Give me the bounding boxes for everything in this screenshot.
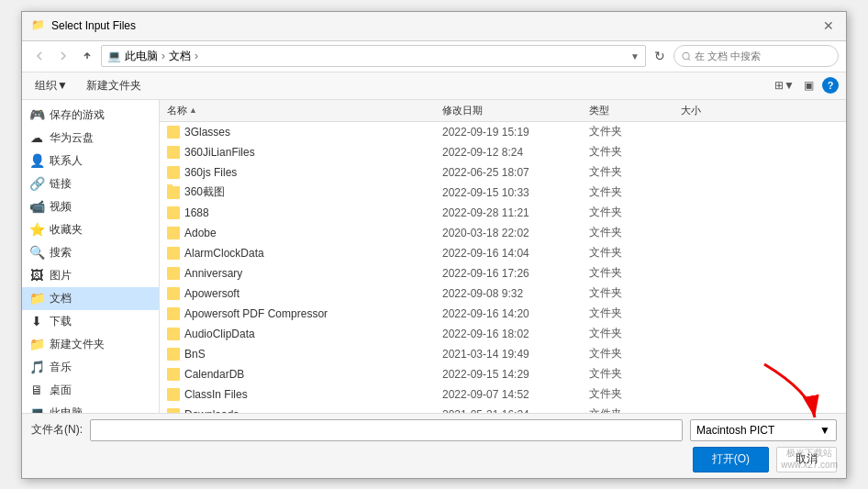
sidebar-item-1[interactable]: ☁华为云盘 (22, 127, 159, 150)
sidebar-item-5[interactable]: ⭐收藏夹 (22, 218, 159, 241)
close-button[interactable]: ✕ (820, 17, 837, 34)
file-date-6: 2022-09-16 14:04 (442, 247, 589, 260)
sidebar-icon-6: 🔍 (29, 245, 44, 260)
table-row[interactable]: AudioClipData 2022-09-16 18:02 文件夹 (160, 324, 846, 344)
new-folder-button[interactable]: 新建文件夹 (81, 76, 147, 95)
file-date-1: 2022-09-12 8:24 (442, 146, 589, 159)
search-box[interactable] (673, 45, 839, 67)
search-input[interactable] (695, 50, 830, 61)
sidebar-label-8: 文档 (50, 291, 72, 306)
back-button[interactable] (29, 46, 50, 66)
folder-icon-8 (167, 287, 180, 300)
folder-icon-12 (167, 368, 180, 381)
filetype-value: Macintosh PICT (696, 424, 774, 437)
up-button[interactable] (77, 46, 97, 66)
table-row[interactable]: 360截图 2022-09-15 10:33 文件夹 (160, 183, 846, 203)
folder-icon-3 (167, 186, 180, 199)
sidebar-label-11: 音乐 (50, 360, 72, 375)
file-name-4: 1688 (167, 206, 442, 219)
sidebar-item-3[interactable]: 🔗链接 (22, 172, 159, 195)
filetype-dropdown[interactable]: Macintosh PICT ▼ (690, 419, 837, 441)
file-date-12: 2022-09-15 14:29 (442, 368, 589, 381)
file-name-6: AlarmClockData (167, 247, 442, 260)
sidebar-icon-11: 🎵 (29, 360, 44, 374)
organize-button[interactable]: 组织▼ (29, 76, 73, 95)
table-row[interactable]: CalendarDB 2022-09-15 14:29 文件夹 (160, 364, 846, 384)
file-type-10: 文件夹 (589, 326, 681, 341)
folder-icon-11 (167, 348, 180, 361)
file-name-10: AudioClipData (167, 328, 442, 340)
table-row[interactable]: 360JiLianFiles 2022-09-12 8:24 文件夹 (160, 142, 846, 162)
sidebar-item-12[interactable]: 🖥桌面 (22, 379, 159, 402)
table-row[interactable]: Anniversary 2022-09-16 17:26 文件夹 (160, 263, 846, 283)
sidebar-item-4[interactable]: 📹视频 (22, 195, 159, 218)
address-path[interactable]: 💻 此电脑 › 文档 › ▼ (101, 45, 646, 67)
forward-button[interactable] (53, 46, 73, 66)
file-type-2: 文件夹 (589, 164, 681, 180)
bottom-bar: 文件名(N): Macintosh PICT ▼ 打开(O) 取消 (22, 413, 846, 478)
watermark: 极光下载站 www.x27.com (781, 447, 838, 470)
table-row[interactable]: BnS 2021-03-14 19:49 文件夹 (160, 344, 846, 364)
table-row[interactable]: AlarmClockData 2022-09-16 14:04 文件夹 (160, 243, 846, 263)
sidebar-item-2[interactable]: 👤联系人 (22, 150, 159, 172)
path-documents: 文档 (169, 49, 191, 64)
sidebar-label-1: 华为云盘 (50, 130, 94, 146)
sidebar-label-9: 下载 (50, 314, 72, 329)
sidebar-item-9[interactable]: ⬇下载 (22, 310, 159, 333)
sidebar-item-8[interactable]: 📁文档 (22, 287, 159, 310)
pane-button[interactable]: ▣ (798, 75, 818, 95)
file-type-7: 文件夹 (589, 265, 681, 281)
sidebar-icon-8: 📁 (29, 291, 44, 306)
dialog-icon: 📁 (31, 18, 46, 33)
col-header-type[interactable]: 类型 (589, 104, 681, 117)
sidebar-item-0[interactable]: 🎮保存的游戏 (22, 104, 159, 127)
table-row[interactable]: ClassIn Files 2022-09-07 14:52 文件夹 (160, 384, 846, 405)
file-date-5: 2020-03-18 22:02 (442, 227, 589, 239)
file-type-5: 文件夹 (589, 225, 681, 240)
table-row[interactable]: Apowersoft PDF Compressor 2022-09-16 14:… (160, 304, 846, 324)
sidebar-icon-5: ⭐ (29, 222, 44, 237)
file-type-9: 文件夹 (589, 306, 681, 321)
refresh-button[interactable]: ↻ (650, 46, 670, 66)
address-bar: 💻 此电脑 › 文档 › ▼ ↻ (22, 41, 846, 72)
col-header-name[interactable]: 名称 ▲ (167, 104, 442, 117)
buttons-row: 打开(O) 取消 (31, 447, 837, 472)
sidebar-label-13: 此电脑 (50, 406, 83, 413)
path-dropdown-arrow[interactable]: ▼ (630, 51, 640, 61)
sidebar-item-10[interactable]: 📁新建文件夹 (22, 333, 159, 356)
file-name-12: CalendarDB (167, 368, 442, 381)
sidebar-item-6[interactable]: 🔍搜索 (22, 241, 159, 264)
table-row[interactable]: Apowersoft 2022-09-08 9:32 文件夹 (160, 283, 846, 304)
file-name-0: 3Glasses (167, 126, 442, 139)
file-name-9: Apowersoft PDF Compressor (167, 307, 442, 320)
sidebar-item-11[interactable]: 🎵音乐 (22, 356, 159, 379)
table-row[interactable]: 360js Files 2022-06-25 18:07 文件夹 (160, 162, 846, 183)
sidebar-label-5: 收藏夹 (50, 222, 83, 238)
sidebar-label-3: 链接 (50, 176, 72, 192)
table-row[interactable]: Downloads 2021-05-31 16:34 文件夹 (160, 405, 846, 413)
folder-icon-4 (167, 206, 180, 219)
table-row[interactable]: Adobe 2020-03-18 22:02 文件夹 (160, 223, 846, 243)
folder-icon-5 (167, 227, 180, 239)
sidebar-item-7[interactable]: 🖼图片 (22, 264, 159, 287)
file-list: 3Glasses 2022-09-19 15:19 文件夹 360JiLianF… (160, 122, 846, 413)
path-computer: 此电脑 (125, 49, 158, 64)
file-type-8: 文件夹 (589, 285, 681, 301)
table-row[interactable]: 1688 2022-09-28 11:21 文件夹 (160, 203, 846, 223)
file-date-4: 2022-09-28 11:21 (442, 206, 589, 219)
sidebar-item-13[interactable]: 💻此电脑 (22, 402, 159, 413)
col-header-size[interactable]: 大小 (681, 104, 754, 117)
file-date-3: 2022-09-15 10:33 (442, 186, 589, 199)
col-header-date[interactable]: 修改日期 (442, 104, 589, 117)
open-button[interactable]: 打开(O) (693, 447, 769, 472)
table-row[interactable]: 3Glasses 2022-09-19 15:19 文件夹 (160, 122, 846, 142)
help-button[interactable]: ? (822, 77, 839, 94)
toolbar-right: ⊞▼ ▣ ? (774, 75, 839, 95)
folder-icon-13 (167, 388, 180, 401)
view-toggle-button[interactable]: ⊞▼ (774, 75, 795, 95)
sidebar-label-4: 视频 (50, 199, 72, 215)
filename-input[interactable] (90, 419, 683, 441)
filetype-arrow: ▼ (819, 424, 830, 437)
sidebar-label-7: 图片 (50, 268, 72, 283)
sidebar-icon-9: ⬇ (29, 314, 44, 328)
